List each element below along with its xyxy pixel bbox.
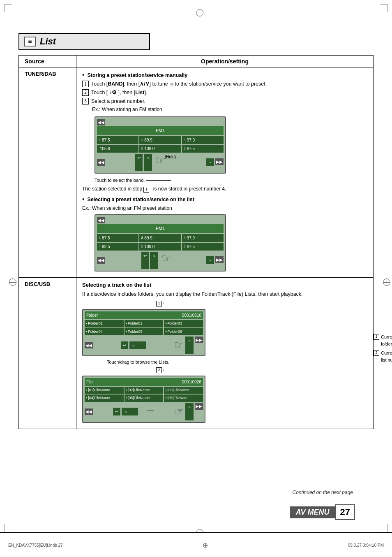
folder-cell-1: ▪Folder01 [85,320,124,327]
file-header-right: 0001/0026 [182,379,201,385]
section1: • Storing a preset station/service manua… [82,71,367,79]
callout1-container: 1 ↓ [156,301,367,306]
folder-ctrl-left: ◀◀ [85,342,93,348]
touch-line1 [146,180,171,181]
fm-icon-left1: ◀◀ [97,119,105,125]
folder-display-wrapper: Folder 0001/0010 ▪Folder01 ▪Folder02 ▪Fo… [82,309,367,356]
footer-center: ⊕ [203,541,208,549]
touch-label-text1: Touch to select the band. [95,177,145,184]
disc-intro: If a disc/device includes folders, you c… [82,290,367,298]
bullet-dot1: • [82,72,84,78]
fm-ctrl-left1: ◀◀ [97,159,105,166]
file-grid: ▪[01]FileName ▪[02]FileName ▪[03]FileNam… [85,387,203,402]
main-table: Source Operation/setting TUNER/DAB • Sto… [18,55,374,429]
step3-text: Select a preset number. [91,97,367,105]
touch-hand2: ☞ [161,250,172,267]
file-nav-btns: ↩ ＜ —— [113,408,154,415]
fm-grid-2: 187.5 289.9 597.9 492.5 5108.0 687.5 [97,234,224,251]
bullet-dot2: • [82,196,84,202]
folder-header: Folder 0001/0010 [85,311,203,319]
folder-right-btns: ☞ ＞ ▶▶ [174,337,203,354]
fm-cell-1-6: 687.5 [182,145,224,153]
side-note-num-2: 2 [374,350,379,356]
fm-cell-2-6: 687.5 [182,243,224,251]
col-operation-header: Operation/setting [76,56,374,67]
table-row-disc: DISC/USB Selecting a track on the list I… [19,277,374,429]
fm-display-2: ◀◀ FM1 187.5 289.9 597.9 492.5 5108.0 68… [95,214,226,272]
disc-title: Selecting a track on the list [82,281,367,289]
source-disc: DISC/USB [19,277,76,429]
file-btn-back[interactable]: ↩ [113,408,120,415]
folder-btn-next[interactable]: ＞ [185,337,194,354]
file-btn-next[interactable]: ＞ [185,403,194,420]
folder-header-right: 0001/0010 [182,312,201,318]
folder-header-left: Folder [86,312,98,318]
file-controls: ◀◀ ↩ ＜ —— ☞ ＞ ▶▶ [85,403,203,420]
step3-num: 3 [82,98,89,104]
fm-icon-left2: ◀◀ [97,217,105,223]
footer-left: EN_KDAVX7755[EU]f.indb 27 [8,543,63,548]
fm-cell-2-3: 597.9 [182,234,224,242]
file-ctrl-left: ◀◀ [85,408,93,415]
file-cell-5: ▪[05]FileName [125,395,164,402]
footer-right: 09.3.27 3:04:10 PM [348,543,384,548]
step1: 1 Touch [BAND], then [∧/∨] to tune in to… [82,80,367,88]
fm-btn-back2[interactable]: ↩ [141,252,149,269]
fm-controls-2: ◀◀ ↩ ＜ ☞ ＞ ▶▶ [97,252,224,269]
file-cell-2: ▪[02]FileName [125,387,164,394]
folder-cell-4: ▪Folder04 [85,328,124,336]
folder-icon-right: ▶▶ [195,337,203,343]
step2-num: 2 [82,89,89,96]
touch-label-1: Touch to select the band. [95,177,367,184]
file-display: File 0001/0026 ▪[01]FileName ▪[02]FileNa… [82,376,205,423]
folder-nav-btns: ↩ ＜ [121,341,146,349]
fm-nav-btns1: ↩ ＜ ☞ (Hold) [135,154,176,171]
file-cell-6: ▪[06]FileNam [164,395,203,402]
fm-cell-2-1: 187.5 [97,234,138,242]
file-header: File 0001/0026 [85,378,203,386]
fm-btn-back1[interactable]: ↩ [135,154,143,171]
fm-btn-next2[interactable]: ＞ [206,256,214,264]
fm-header-1: FM1 [97,126,224,135]
file-touch-hand: ☞ [174,403,184,420]
fm-header-2: FM1 [97,224,224,233]
file-btn-prev[interactable]: ＜ [122,408,138,415]
step1-text: Touch [BAND], then [∧/∨] to tune in to t… [91,80,367,88]
side-note-text-2: Current track list number/total track li… [381,350,392,363]
side-note-text-1: Current folder list number/total folder … [381,334,392,347]
section2-title: Selecting a preset station/service on th… [87,197,194,202]
col-source-header: Source [19,56,76,67]
side-note-2: 2 Current track list number/total track … [374,350,392,363]
note-text1: The station selected in step 1 is now st… [82,185,367,193]
source-tuner: TUNER/DAB [19,67,76,278]
fm-hold-label: (Hold) [165,154,176,171]
section2: • Selecting a preset station/service on … [82,195,367,204]
fm-btn-prev2[interactable]: ＜ [150,252,158,269]
fm-icon-right2: ▶▶ [215,256,224,263]
ex2-label: Ex.: When selecting an FM preset station [82,204,367,212]
callout-2-num: 2 [156,367,162,373]
reg-mark-tl [4,4,12,12]
fm-display-1: ◀◀ FM1 187.5 289.9 597.9 105.9 5108.0 68… [95,116,226,174]
step3: 3 Select a preset number. [82,97,367,105]
disc-right-notes: 1 Current folder list number/total folde… [374,334,392,366]
file-cell-1: ▪[01]FileName [85,387,124,394]
reg-mark-tr [380,4,388,12]
step2: 2 Touch [ ♪⚙ ], then [List]. [82,89,367,97]
callout2-arrow: ↓ [163,367,164,373]
fm-grid-1: 187.5 289.9 597.9 105.9 5108.0 687.5 [97,136,224,153]
footer: EN_KDAVX7755[EU]f.indb 27 ⊕ 09.3.27 3:04… [0,532,392,557]
folder-btn-prev[interactable]: ＜ [129,341,146,349]
reg-mark-bl [4,524,12,532]
ex1-label: Ex.: When storing an FM station [92,106,367,113]
folder-btn-back[interactable]: ↩ [121,341,128,349]
file-slider: —— [148,408,154,415]
table-row-tuner: TUNER/DAB • Storing a preset station/ser… [19,67,374,278]
note-step-num: 1 [143,187,149,193]
list-title: List [40,36,56,47]
file-cell-3: ▪[03]FileName [164,387,203,394]
fm-btn-next1[interactable]: ＞ [206,158,214,166]
fm-cell-1-2: 289.9 [139,136,181,144]
page-number: 27 [335,504,355,520]
fm-btn-prev1[interactable]: ＜ [144,154,152,171]
